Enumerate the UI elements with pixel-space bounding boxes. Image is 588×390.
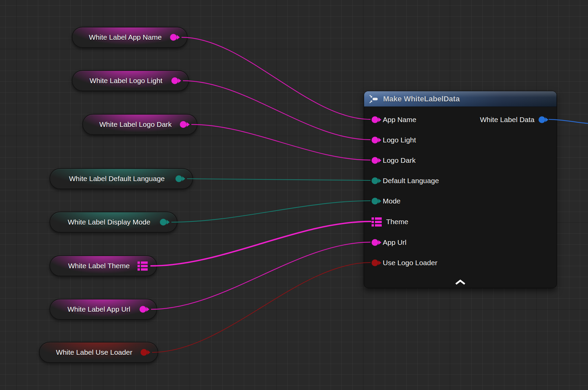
string-output-pin[interactable] xyxy=(140,306,146,313)
getter-label: White Label App Url xyxy=(67,305,130,313)
string-input-pin[interactable] xyxy=(372,239,378,246)
enum-input-pin[interactable] xyxy=(372,198,378,204)
pin-label: Logo Light xyxy=(383,136,416,144)
input-row-app-url: App Url xyxy=(364,237,406,248)
getter-node-white-label-theme[interactable]: White Label Theme xyxy=(49,255,157,276)
enum-output-pin[interactable] xyxy=(175,175,182,182)
getter-label: White Label App Name xyxy=(89,33,162,41)
pin-label: App Name xyxy=(383,116,416,124)
pin-label: Use Logo Loader xyxy=(383,259,437,267)
input-row-mode: Mode xyxy=(364,195,401,207)
node-header[interactable]: Make WhiteLabelData xyxy=(364,91,556,107)
getter-node-white-label-logo-light[interactable]: White Label Logo Light xyxy=(72,70,189,91)
getter-node-white-label-app-name[interactable]: White Label App Name xyxy=(72,27,188,48)
input-row-theme: Theme xyxy=(364,216,408,228)
getter-label: White Label Logo Dark xyxy=(99,120,172,129)
wire-theme[interactable] xyxy=(150,221,371,266)
enum-input-pin[interactable] xyxy=(372,177,378,184)
pin-label: Mode xyxy=(383,197,401,205)
wire-logo-light[interactable] xyxy=(183,81,371,140)
string-input-pin[interactable] xyxy=(372,116,378,123)
make-struct-icon xyxy=(369,94,379,104)
chevron-up-icon xyxy=(455,279,465,285)
pin-label: Logo Dark xyxy=(383,156,416,164)
input-row-default-language: Default Language xyxy=(364,175,439,187)
wire-display-mode[interactable] xyxy=(171,201,371,222)
getter-label: White Label Theme xyxy=(68,262,130,270)
collapse-node-button[interactable] xyxy=(455,279,465,285)
pin-label: App Url xyxy=(383,238,406,247)
string-output-pin[interactable] xyxy=(170,34,177,41)
input-row-logo-light: Logo Light xyxy=(364,134,416,146)
getter-label: White Label Default Language xyxy=(69,175,165,183)
getter-node-white-label-default-language[interactable]: White Label Default Language xyxy=(49,168,193,189)
string-output-pin[interactable] xyxy=(171,77,178,84)
struct-pin-icon[interactable] xyxy=(138,261,148,271)
struct-pin-icon[interactable] xyxy=(372,217,382,227)
blueprint-graph-canvas[interactable]: White Label App Name White Label Logo Li… xyxy=(0,0,588,390)
struct-output-pin[interactable] xyxy=(539,116,545,123)
make-whitelabeldata-node[interactable]: Make WhiteLabelData App Name Logo Light … xyxy=(364,91,557,288)
getter-label: White Label Logo Light xyxy=(90,77,163,85)
wire-use-loader[interactable] xyxy=(152,262,371,352)
string-input-pin[interactable] xyxy=(372,137,378,143)
string-input-pin[interactable] xyxy=(372,157,378,164)
bool-input-pin[interactable] xyxy=(372,259,378,266)
wire-logo-dark[interactable] xyxy=(191,124,371,160)
input-row-logo-dark: Logo Dark xyxy=(364,155,416,166)
getter-label: White Label Use Loader xyxy=(56,348,132,356)
getter-node-white-label-use-loader[interactable]: White Label Use Loader xyxy=(39,342,158,363)
input-row-use-logo-loader: Use Logo Loader xyxy=(364,257,437,269)
getter-node-white-label-display-mode[interactable]: White Label Display Mode xyxy=(49,212,177,233)
bool-output-pin[interactable] xyxy=(141,349,147,356)
wire-app-name[interactable] xyxy=(182,37,371,119)
input-row-app-name: App Name xyxy=(364,114,416,125)
getter-node-white-label-logo-dark[interactable]: White Label Logo Dark xyxy=(82,114,197,135)
wire-app-url[interactable] xyxy=(151,242,371,309)
node-title: Make WhiteLabelData xyxy=(383,95,460,103)
pin-label: Theme xyxy=(386,218,408,226)
enum-output-pin[interactable] xyxy=(160,219,167,226)
getter-label: White Label Display Mode xyxy=(68,218,150,226)
pin-label: White Label Data xyxy=(480,116,534,124)
string-output-pin[interactable] xyxy=(180,121,187,128)
output-row-white-label-data: White Label Data xyxy=(480,114,556,125)
getter-node-white-label-app-url[interactable]: White Label App Url xyxy=(49,299,157,320)
pin-label: Default Language xyxy=(383,177,439,185)
wire-default-language[interactable] xyxy=(187,179,371,180)
